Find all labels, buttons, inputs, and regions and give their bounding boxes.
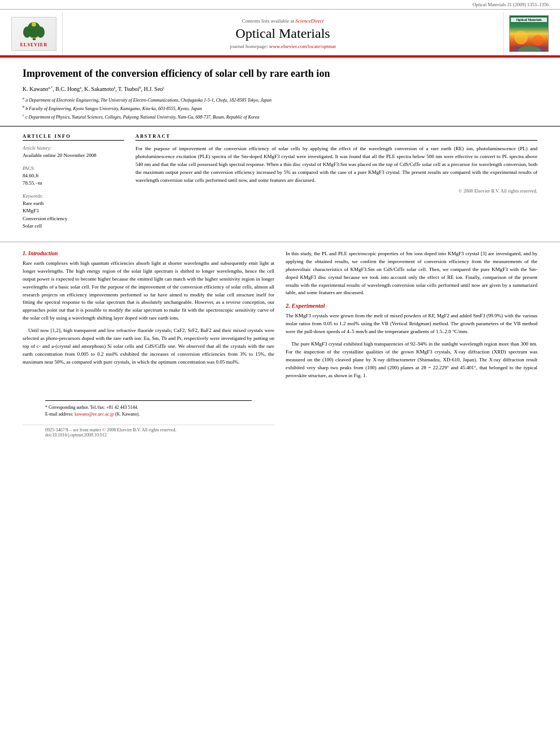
journal-cover-area: Optical Materials: [503, 12, 549, 55]
pacs-label: PACS:: [23, 165, 124, 171]
corresponding-footnote: * Corresponding author. Tel./fax: +81 42…: [45, 404, 252, 411]
elsevier-tree-icon: [19, 20, 50, 41]
author-tsuboi: T. Tsuboi: [118, 86, 139, 92]
section1-title: Introduction: [28, 250, 58, 256]
sciencedirect-link[interactable]: ScienceDirect: [295, 18, 323, 24]
keywords-label: Keywords:: [23, 193, 124, 199]
sup-a3: a: [113, 85, 115, 89]
keywords-group: Keywords: Rare earth KMgF3 Conversion ef…: [23, 193, 124, 230]
author-kawano: K. Kawano: [23, 86, 49, 92]
keywords-content: Rare earth KMgF3 Conversion efficiency S…: [23, 200, 124, 230]
article-info-label: ARTICLE INFO: [23, 133, 124, 141]
sup-b: b: [139, 85, 141, 89]
email-footnote: E-mail address: kawano@ee.uec.ac.jp (K. …: [45, 411, 252, 418]
footnote-divider-area: * Corresponding author. Tel./fax: +81 42…: [45, 400, 252, 421]
sup-a: a,*: [49, 85, 53, 89]
section1-heading: 1. Introduction: [23, 250, 274, 256]
journal-header: ELSEVIER Contents lists available at Sci…: [0, 10, 560, 56]
body-para-1: Rare earth complexes with high quantum e…: [23, 260, 274, 323]
article-main-title: Improvement of the conversion efficiency…: [23, 68, 537, 80]
body-left-column: 1. Introduction Rare earth complexes wit…: [23, 250, 274, 440]
abstract-text: For the purpose of improvement of the co…: [135, 145, 537, 185]
author-seo: H.J. Seo: [144, 86, 163, 92]
affiliation-c: c c Department of Physics, Natural Scien…: [23, 112, 537, 121]
pacs-group: PACS: 84.60.Jt 78.55.−m: [23, 165, 124, 187]
citation-text: Optical Materials 31 (2009) 1353–1356: [473, 2, 549, 7]
footnotes-area: * Corresponding author. Tel./fax: +81 42…: [23, 400, 274, 440]
body-right-para-3: The pure KMgF3 crystal exhibited high tr…: [286, 340, 537, 380]
body-right-column: In this study, the PL and PLE spectrosco…: [286, 250, 537, 440]
cover-label: Optical Materials: [511, 18, 547, 22]
affiliation-b: b b Faculty of Engineering, Kyoto Sangyo…: [23, 104, 537, 112]
author-hong: B.C. Hong: [55, 86, 80, 92]
article-title-section: Improvement of the conversion efficiency…: [0, 58, 560, 126]
journal-title: Optical Materials: [235, 26, 330, 41]
abstract-column: ABSTRACT For the purpose of improvement …: [135, 133, 537, 236]
pacs-values: 84.60.Jt 78.55.−m: [23, 172, 124, 187]
elsevier-logo: ELSEVIER: [11, 17, 56, 51]
homepage-url[interactable]: www.elsevier.com/locate/optmat: [269, 43, 336, 49]
contents-line: Contents lists available at ScienceDirec…: [242, 18, 324, 24]
body-right-para-2: The KMgF3 crystals were grown from the m…: [286, 312, 537, 336]
issn-line: 0925-3467/$ – see front matter © 2008 El…: [45, 427, 252, 433]
svg-point-2: [23, 27, 31, 38]
journal-homepage: journal homepage: www.elsevier.com/locat…: [230, 43, 335, 49]
page-footer: 0925-3467/$ – see front matter © 2008 El…: [23, 425, 274, 440]
pacs-2: 78.55.−m: [23, 180, 124, 187]
cover-art-icon: [510, 25, 549, 52]
journal-center: Contents lists available at ScienceDirec…: [63, 12, 503, 55]
svg-point-6: [532, 35, 544, 46]
keyword-3: Conversion efficiency: [23, 215, 124, 223]
keyword-1: Rare earth: [23, 200, 124, 208]
authors-line: K. Kawanoa,*, B.C. Honga, K. Sakamotoa, …: [23, 85, 537, 92]
body-content: 1. Introduction Rare earth complexes wit…: [0, 242, 560, 445]
available-online: Available online 20 November 2008: [23, 152, 124, 160]
article-info-abstract-layout: ARTICLE INFO Article history: Available …: [0, 126, 560, 242]
svg-point-3: [37, 27, 45, 38]
affiliations: a a Department of Electronic Engineering…: [23, 95, 537, 120]
svg-point-4: [32, 22, 36, 27]
elsevier-label: ELSEVIER: [20, 42, 47, 47]
article-info-column: ARTICLE INFO Article history: Available …: [23, 133, 124, 236]
elsevier-logo-area: ELSEVIER: [11, 12, 63, 55]
journal-cover-image: Optical Materials: [509, 15, 549, 52]
body-right-para-1: In this study, the PL and PLE spectrosco…: [286, 250, 537, 298]
affiliation-a: a a Department of Electronic Engineering…: [23, 95, 537, 104]
sup-c: c: [163, 85, 164, 89]
body-para-2: Until now [1,2], high transparent and lo…: [23, 327, 274, 366]
article-history-group: Article history: Available online 20 Nov…: [23, 145, 124, 160]
svg-point-5: [514, 31, 528, 45]
sup-a2: a: [80, 85, 81, 89]
section2-heading: 2. Experimental: [286, 303, 537, 309]
abstract-label: ABSTRACT: [135, 133, 537, 141]
section2-title: Experimental: [292, 303, 325, 309]
author-sakamoto: K. Sakamoto: [84, 86, 113, 92]
email-link[interactable]: kawano@ee.uec.ac.jp: [75, 412, 114, 417]
citation-line: Optical Materials 31 (2009) 1353–1356: [0, 0, 560, 10]
keyword-4: Solar cell: [23, 222, 124, 230]
pacs-1: 84.60.Jt: [23, 172, 124, 180]
copyright-line: © 2008 Elsevier B.V. All rights reserved…: [135, 188, 537, 194]
keyword-2: KMgF3: [23, 207, 124, 215]
history-label: Article history:: [23, 145, 124, 151]
doi-line: doi:10.1016/j.optmat.2008.10.012: [45, 433, 252, 438]
page-wrapper: Optical Materials 31 (2009) 1353–1356 EL…: [0, 0, 560, 747]
